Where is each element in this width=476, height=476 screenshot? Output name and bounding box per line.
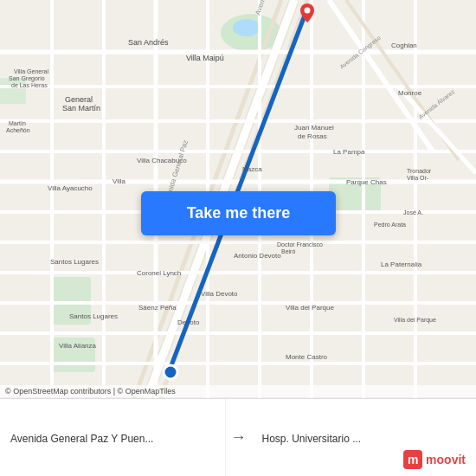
arrow-right-icon: → [226, 399, 252, 476]
svg-text:Villa del Parque: Villa del Parque [286, 304, 334, 312]
take-me-there-button[interactable]: Take me there [141, 191, 336, 235]
svg-text:Villa Alianza: Villa Alianza [59, 342, 97, 350]
svg-text:Nazca: Nazca [242, 165, 262, 173]
svg-text:José A.: José A. [403, 209, 423, 215]
svg-text:Acheñón: Acheñón [6, 127, 30, 133]
bottom-bar: Avenida General Paz Y Puen... → Hosp. Un… [0, 398, 476, 476]
svg-text:Parque Chas: Parque Chas [346, 178, 387, 186]
svg-text:de Rosas: de Rosas [298, 132, 327, 140]
moovit-m-icon: m [403, 450, 422, 469]
svg-point-6 [233, 19, 261, 36]
svg-text:Beiró: Beiró [281, 248, 295, 254]
svg-point-78 [305, 8, 311, 14]
svg-text:Doctor Francisco: Doctor Francisco [277, 241, 323, 248]
map-area: San Andrés Villa Maipú General San Martí… [0, 0, 476, 398]
svg-text:de Las Heras: de Las Heras [11, 82, 48, 88]
svg-text:San Martín: San Martín [62, 104, 100, 113]
svg-text:La Paternalia: La Paternalia [381, 261, 422, 268]
svg-text:San Andrés: San Andrés [128, 38, 169, 47]
svg-text:Martín: Martín [9, 120, 26, 126]
svg-text:Monroe: Monroe [398, 89, 422, 97]
moovit-brand-name: moovit [426, 453, 466, 466]
svg-text:Monte Castro: Monte Castro [286, 353, 328, 361]
svg-text:Villa Or-: Villa Or- [407, 175, 429, 181]
svg-text:Pedro Arata: Pedro Arata [374, 222, 406, 228]
svg-text:Villa Ayacucho: Villa Ayacucho [48, 184, 93, 192]
svg-text:Villa: Villa [113, 177, 126, 185]
svg-text:General: General [65, 95, 93, 104]
svg-point-77 [164, 365, 177, 379]
moovit-logo: m moovit [393, 443, 476, 476]
svg-text:Villa General: Villa General [14, 68, 48, 74]
svg-text:Sáenz Peña: Sáenz Peña [138, 304, 177, 312]
svg-text:Villa Devoto: Villa Devoto [201, 290, 238, 298]
map-attribution: © OpenStreetMap contributors | © OpenMap… [0, 385, 476, 397]
svg-text:Coronel Lynch: Coronel Lynch [137, 269, 181, 277]
svg-text:Tronador: Tronador [407, 168, 432, 174]
svg-text:Villa del Parque: Villa del Parque [394, 317, 436, 324]
svg-text:Santos Lugares: Santos Lugares [69, 312, 118, 320]
svg-text:Juan Manuel: Juan Manuel [294, 124, 334, 132]
svg-text:Villa Maipú: Villa Maipú [186, 54, 224, 62]
svg-text:Santos Lugares: Santos Lugares [50, 258, 99, 266]
svg-text:Antonio Devoto: Antonio Devoto [234, 252, 281, 260]
svg-text:Coghlan: Coghlan [391, 42, 417, 49]
svg-text:Devoto: Devoto [177, 318, 200, 326]
origin-place: Avenida General Paz Y Puen... [10, 433, 215, 445]
svg-text:San Gregorio: San Gregorio [9, 75, 45, 82]
svg-text:La Pampa: La Pampa [333, 148, 365, 156]
origin-section: Avenida General Paz Y Puen... [0, 399, 226, 476]
